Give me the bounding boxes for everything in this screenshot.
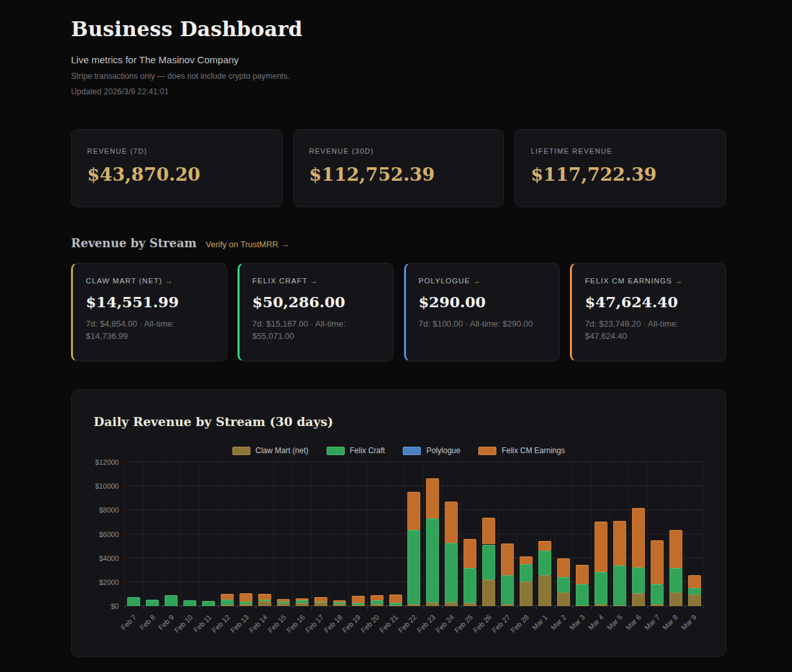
x-tick-label: Feb 8 [138,613,156,631]
chart-bar-column[interactable] [162,462,181,606]
x-tick-label: Mar 2 [549,613,567,631]
bar-segment-felix-craft [407,530,421,604]
stream-card-label: FELIX CRAFT [252,277,307,285]
chart-bar-column[interactable] [573,462,591,606]
x-tick-mark [330,606,330,609]
chart-bar-column[interactable] [181,462,199,606]
x-tick-label: Feb 28 [509,613,531,635]
chart-bar-column[interactable] [591,462,610,606]
chart-bar-column[interactable] [405,462,423,606]
legend-item[interactable]: Claw Mart (net) [232,446,309,455]
legend-swatch [232,447,250,455]
x-tick-label: Feb 17 [303,613,325,635]
chart-bar-column[interactable] [311,462,330,606]
bar-segment-felix-craft [183,600,197,606]
bar-segment-felix-cm-earnings [389,595,402,603]
bar-segment-felix-craft [669,568,682,592]
x-tick-mark [311,606,312,609]
x-tick-label: Feb 26 [472,613,493,635]
bar-segment-felix-craft [650,584,664,604]
chart-bar-column[interactable] [685,462,704,606]
legend-item[interactable]: Polylogue [403,446,460,455]
chart-bar-column[interactable] [666,462,685,606]
legend-item[interactable]: Felix Craft [327,446,385,455]
chart-bar-column[interactable] [367,462,386,606]
stream-card: FELIX CRAFT →$50,286.007d: $15,167.00 · … [238,263,394,361]
x-tick-mark [386,606,387,609]
chart-bar-column[interactable] [461,462,480,606]
chart-bar-column[interactable] [498,462,517,606]
x-gridline [704,462,704,606]
bar-segment-felix-craft [389,603,402,606]
x-tick-mark [405,606,405,609]
bar-segment-felix-craft [332,602,346,604]
stream-card-link[interactable]: POLYLOGUE → [419,277,547,285]
summary-card-label: LIFETIME REVENUE [531,147,710,155]
chart-bar-column[interactable] [647,462,666,606]
bar-segment-felix-cm-earnings [650,540,664,584]
y-tick-label: $0 [111,602,119,610]
summary-card-value: $43,870.20 [87,164,267,185]
x-tick-mark [610,606,611,609]
summary-cards: REVENUE (7D)$43,870.20REVENUE (30D)$112,… [71,129,726,207]
x-tick-label: Mar 4 [587,613,605,631]
chart-bar-column[interactable] [629,462,647,606]
chart-bar-column[interactable] [256,462,274,606]
chart-bar-column[interactable] [125,462,143,606]
chart-bar-column[interactable] [349,462,367,606]
x-tick-mark [461,606,462,609]
verify-trustmrr-link[interactable]: Verify on TrustMRR → [205,239,289,249]
summary-card: LIFETIME REVENUE$117,722.39 [514,129,726,207]
y-tick-label: $4000 [99,555,119,562]
chart-bar-column[interactable] [330,462,349,606]
chart-bar-column[interactable] [442,462,461,606]
chart-bar-column[interactable] [536,462,554,606]
bar-segment-felix-craft [594,572,607,604]
stream-card-link[interactable]: FELIX CM EARNINGS → [585,277,713,285]
x-tick-label: Mar 6 [624,613,642,631]
bar-segment-felix-craft [221,600,234,604]
stream-card-link[interactable]: FELIX CRAFT → [252,277,380,285]
x-tick-label: Mar 1 [531,613,549,631]
stream-card: CLAW MART (NET) →$14,551.997d: $4,854.00… [71,263,227,361]
chart-bar-column[interactable] [199,462,218,606]
legend-item[interactable]: Felix CM Earnings [478,446,565,455]
chart-bar-column[interactable] [218,462,237,606]
chart-bar-column[interactable] [386,462,405,606]
bar-segment-claw-mart-net- [482,580,496,606]
legend-swatch [327,447,345,455]
chart-plot [125,462,704,606]
bar-segment-felix-cm-earnings [631,508,645,568]
chart-bar-column[interactable] [292,462,311,606]
bar-segment-felix-cm-earnings [669,530,682,569]
y-tick-label: $2000 [99,578,119,586]
stream-card: FELIX CM EARNINGS →$47,624.407d: $23,749… [570,263,726,361]
summary-card-value: $117,722.39 [531,164,710,185]
stream-card-link[interactable]: CLAW MART (NET) → [86,277,214,285]
x-tick-label: Feb 15 [266,613,287,635]
chart-bar-column[interactable] [480,462,498,606]
legend-label: Claw Mart (net) [256,446,309,455]
x-tick-label: Mar 3 [568,613,586,631]
bar-segment-felix-craft [426,518,440,602]
chart-bar-column[interactable] [143,462,162,606]
chart-bar-column[interactable] [610,462,629,606]
chart-bar-column[interactable] [517,462,536,606]
x-tick-mark [256,606,256,609]
bar-segment-felix-craft [687,588,701,594]
stream-card-detail: 7d: $100.00 · All-time: $290.00 [419,318,547,331]
bar-segment-felix-craft [351,603,365,605]
chart-bar-column[interactable] [423,462,442,606]
bar-segment-felix-cm-earnings [594,522,607,572]
chart-bar-column[interactable] [554,462,573,606]
bar-segment-felix-craft [127,597,141,606]
chart-bar-column[interactable] [237,462,256,606]
bar-segment-claw-mart-net- [631,593,645,606]
arrow-right-icon: → [310,277,318,285]
chart-area: $0$2000$4000$6000$8000$10000$12000 Feb 7… [94,462,704,646]
bar-segment-felix-craft [613,565,626,606]
legend-label: Felix Craft [350,446,385,455]
chart-bar-column[interactable] [274,462,292,606]
x-tick-mark [573,606,573,609]
y-tick-label: $8000 [99,506,119,514]
